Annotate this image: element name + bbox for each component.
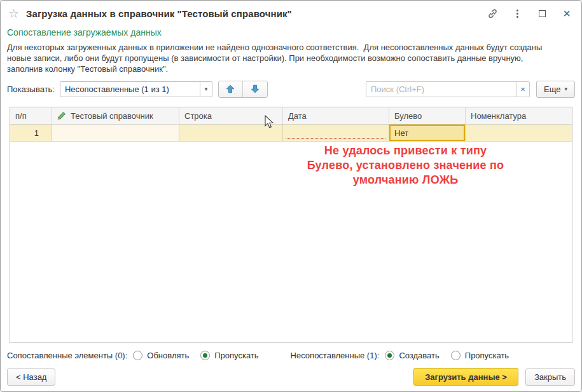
column-header-nomenclature[interactable]: Номенклатура — [466, 107, 572, 124]
cell-nomenclature[interactable] — [466, 125, 572, 141]
column-header-boolean[interactable]: Булево — [389, 107, 466, 124]
footer-buttons: < Назад Загрузить данные > Закрыть — [7, 368, 575, 386]
page-title: Сопоставление загружаемых данных — [7, 27, 581, 37]
chevron-down-icon: ▾ — [564, 86, 567, 92]
radio-circle[interactable] — [133, 351, 142, 360]
description-text: Для некоторых загруженных данных в прило… — [7, 42, 559, 74]
radio-unmatched-skip[interactable]: Пропускать — [451, 351, 509, 360]
radio-matched-skip[interactable]: Пропускать — [200, 351, 258, 360]
move-buttons — [218, 81, 268, 98]
cell-boolean-selected[interactable]: Нет — [389, 125, 466, 141]
radio-label: Обновлять — [147, 351, 189, 360]
pencil-icon — [57, 111, 66, 120]
matched-options-label: Сопоставленные элементы (0): — [7, 351, 127, 360]
cell-row-number[interactable]: 1 — [10, 125, 52, 141]
link-icon[interactable] — [487, 8, 498, 19]
maximize-icon[interactable] — [536, 8, 548, 19]
dialog-window: ☆ Загрузка данных в справочник "Тестовый… — [0, 0, 582, 392]
cell-date[interactable] — [283, 125, 389, 141]
radio-label: Создавать — [399, 351, 439, 360]
selected-cell-frame[interactable]: Нет — [389, 125, 465, 141]
close-icon[interactable]: × — [561, 8, 572, 19]
clear-search-icon[interactable]: × — [516, 82, 529, 97]
search-input[interactable] — [366, 82, 516, 97]
filter-dropdown[interactable]: Несопоставленные (1 из 1) ▾ — [60, 81, 212, 97]
move-down-button[interactable] — [243, 81, 267, 97]
error-underline — [286, 138, 385, 139]
radio-circle[interactable] — [385, 351, 394, 360]
close-button[interactable]: Закрыть — [525, 368, 575, 386]
search-area: × Еще ▾ — [366, 81, 575, 98]
mouse-cursor-icon — [265, 115, 275, 132]
mapping-table: п/п Тестовый справочник Строка Дата Буле… — [10, 107, 572, 343]
title-bar-actions: × — [487, 8, 572, 19]
window-title: Загрузка данных в справочник "Тестовый с… — [26, 8, 292, 19]
error-annotation-line: Булево, установлено значение по — [125, 158, 582, 173]
column-header-catalog[interactable]: Тестовый справочник — [52, 107, 179, 124]
error-annotation-line: умолчанию ЛОЖЬ — [125, 173, 582, 187]
kebab-menu-icon[interactable] — [511, 8, 523, 19]
favorite-star-icon[interactable]: ☆ — [8, 8, 19, 20]
radio-circle[interactable] — [451, 351, 461, 360]
radio-circle[interactable] — [200, 351, 210, 360]
move-up-button[interactable] — [219, 81, 243, 97]
error-annotation: Не удалось привести к типу Булево, устан… — [125, 144, 582, 187]
title-bar: ☆ Загрузка данных в справочник "Тестовый… — [1, 1, 581, 26]
more-button-label: Еще — [544, 84, 560, 94]
toolbar: Показывать: Несопоставленные (1 из 1) ▾ … — [7, 80, 575, 98]
table-row[interactable]: 1 Нет — [10, 125, 572, 142]
column-header-date[interactable]: Дата — [283, 107, 389, 124]
radio-label: Пропускать — [465, 351, 509, 360]
table-header-row: п/п Тестовый справочник Строка Дата Буле… — [10, 107, 572, 125]
arrow-up-icon — [226, 84, 235, 93]
chevron-down-icon[interactable]: ▾ — [200, 82, 212, 97]
unmatched-options-label: Несопоставленные (1): — [291, 351, 380, 360]
back-button[interactable]: < Назад — [7, 368, 55, 386]
radio-matched-update[interactable]: Обновлять — [133, 351, 189, 360]
more-button[interactable]: Еще ▾ — [536, 81, 575, 98]
filter-dropdown-value: Несопоставленные (1 из 1) — [60, 82, 200, 97]
error-annotation-line: Не удалось привести к типу — [125, 144, 582, 158]
cell-catalog[interactable] — [52, 125, 179, 141]
load-data-button[interactable]: Загрузить данные > — [413, 368, 518, 386]
arrow-down-icon — [251, 84, 260, 93]
column-header-num[interactable]: п/п — [10, 107, 52, 124]
options-row: Сопоставленные элементы (0): Обновлять П… — [7, 348, 575, 362]
radio-unmatched-create[interactable]: Создавать — [385, 351, 439, 360]
show-filter-label: Показывать: — [7, 84, 55, 94]
search-field-wrap: × — [366, 81, 530, 97]
radio-label: Пропускать — [214, 351, 258, 360]
